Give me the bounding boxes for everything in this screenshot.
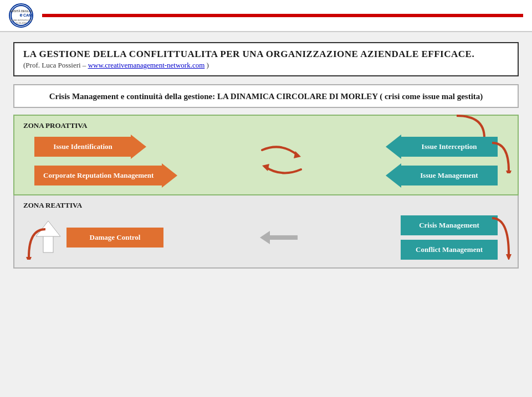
- svg-marker-9: [506, 171, 511, 173]
- right-curved-reattiva: [475, 215, 514, 260]
- left-horiz-arrow: [260, 226, 304, 249]
- svg-marker-14: [506, 254, 511, 260]
- middle-arrows: [259, 139, 304, 183]
- subtitle-link[interactable]: www.creativemanagement-network.com: [88, 61, 205, 69]
- main-title: LA GESTIONE DELLA CONFLITTUALITA PER UNA…: [23, 49, 509, 60]
- svg-marker-15: [26, 257, 32, 260]
- svg-text:31-05-2010: 31-05-2010: [16, 22, 27, 24]
- issue-int-arrow-left: [386, 135, 401, 159]
- svg-text:e: e: [19, 12, 22, 18]
- zona-proattiva-label: ZONA PROATTIVA: [23, 121, 509, 130]
- reattiva-inner: Damage Control Crisis Management Conflic…: [23, 215, 509, 260]
- corporate-reputation-box: Corporate Reputation Management: [34, 166, 162, 185]
- subtitle-text: (Prof. Luca Possieri –: [23, 61, 88, 69]
- svg-marker-13: [260, 231, 270, 244]
- logo-circle: UNIVERSITÀ DEGLI STUDI e CAMPUS ON LINE …: [9, 3, 33, 28]
- left-arrow-svg: [260, 226, 304, 249]
- svg-marker-8: [262, 164, 269, 171]
- zona-proattiva: ZONA PROATTIVA Issue Identification Corp…: [13, 115, 519, 195]
- main-content: LA GESTIONE DELLA CONFLITTUALITA PER UNA…: [0, 32, 532, 274]
- issue-id-row: Issue Identification: [34, 135, 177, 159]
- svg-rect-12: [270, 235, 298, 240]
- section-title: Crisis Management e continuità della ges…: [25, 92, 507, 101]
- zones-container: ZONA PROATTIVA Issue Identification Corp…: [13, 115, 519, 269]
- zona-reattiva: ZONA REATTIVA Damage Control: [13, 195, 519, 269]
- subtitle-close: ): [207, 61, 209, 69]
- damage-control-box: Damage Control: [66, 228, 163, 248]
- zona-reattiva-label: ZONA REATTIVA: [23, 201, 509, 210]
- title-box: LA GESTIONE DELLA CONFLITTUALITA PER UNA…: [13, 42, 519, 76]
- proattiva-inner: Issue Identification Corporate Reputatio…: [23, 135, 509, 188]
- corp-rep-row: Corporate Reputation Management: [34, 163, 177, 188]
- section-box: Crisis Management e continuità della ges…: [13, 84, 519, 108]
- damage-control-group: Damage Control: [34, 218, 163, 257]
- svg-text:CAMPUS: CAMPUS: [23, 13, 32, 17]
- left-curved-reattiva: [23, 226, 51, 260]
- issue-id-arrow: [131, 135, 146, 159]
- header-bar: [42, 14, 523, 17]
- logo-area: UNIVERSITÀ DEGLI STUDI e CAMPUS ON LINE …: [9, 3, 33, 28]
- issue-mgmt-arrow-left: [386, 163, 401, 188]
- left-group: Issue Identification Corporate Reputatio…: [34, 135, 177, 188]
- header: UNIVERSITÀ DEGLI STUDI e CAMPUS ON LINE …: [0, 0, 532, 32]
- issue-identification-box: Issue Identification: [34, 137, 131, 157]
- middle-arrow-svg: [259, 139, 304, 183]
- right-curved-arrow: [475, 140, 514, 173]
- corp-rep-arrow: [162, 163, 177, 188]
- subtitle: (Prof. Luca Possieri – www.creativemanag…: [23, 61, 509, 70]
